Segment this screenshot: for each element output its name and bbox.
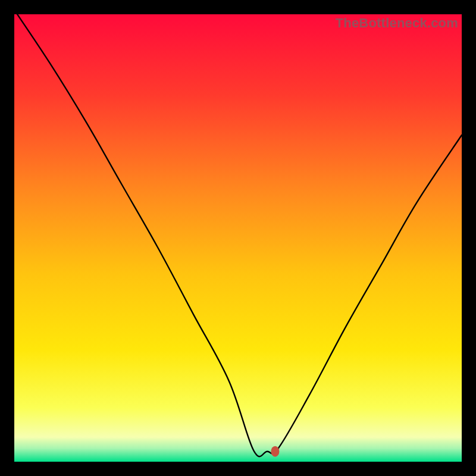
chart-frame: TheBottleneck.com bbox=[14, 14, 462, 462]
gradient-background bbox=[14, 14, 462, 462]
optimal-marker bbox=[271, 446, 279, 457]
watermark-text: TheBottleneck.com bbox=[336, 15, 458, 31]
bottleneck-chart bbox=[14, 14, 462, 462]
